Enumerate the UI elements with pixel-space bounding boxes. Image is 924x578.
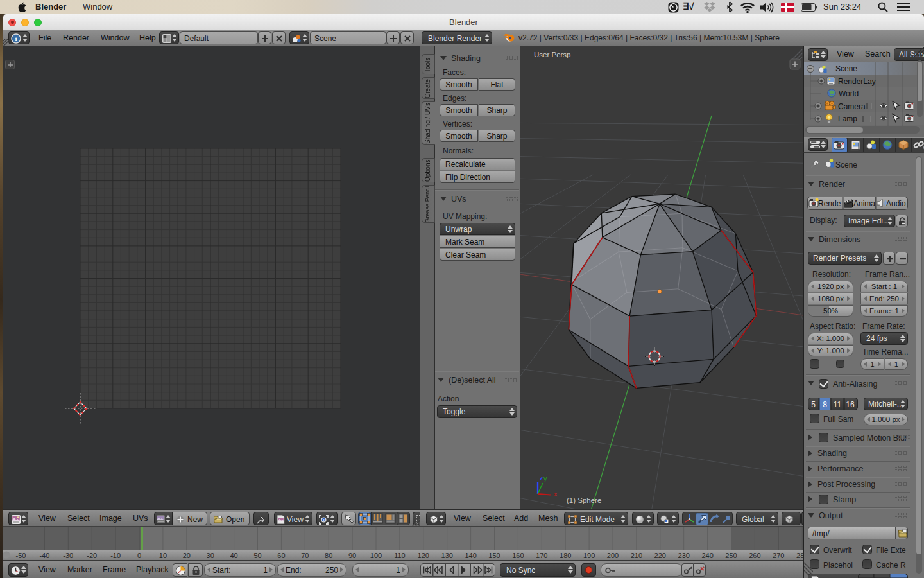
- svg-text:Anima: Anima: [853, 199, 875, 208]
- svg-text:270: 270: [773, 552, 784, 559]
- svg-text:0: 0: [137, 552, 141, 559]
- svg-text:-20: -20: [87, 552, 97, 559]
- svg-text:-30: -30: [63, 552, 73, 559]
- svg-text:User Persp: User Persp: [534, 51, 571, 58]
- svg-text:60: 60: [277, 552, 285, 559]
- svg-text:Lamp: Lamp: [838, 114, 857, 123]
- svg-text:220: 220: [654, 552, 666, 559]
- svg-text:30: 30: [207, 552, 214, 559]
- svg-text:140: 140: [465, 552, 476, 559]
- svg-text:(1) Sphere: (1) Sphere: [567, 496, 601, 504]
- svg-text:190: 190: [583, 552, 595, 559]
- svg-text:Camera: Camera: [838, 102, 866, 111]
- svg-text:World: World: [839, 89, 859, 98]
- svg-text:110: 110: [394, 552, 406, 559]
- svg-text:100: 100: [370, 552, 382, 559]
- svg-text:20: 20: [183, 552, 191, 559]
- svg-text:11: 11: [834, 400, 842, 409]
- svg-text:80: 80: [325, 552, 332, 559]
- svg-text:160: 160: [512, 552, 524, 559]
- svg-text:240: 240: [701, 552, 713, 559]
- svg-text:250: 250: [725, 552, 737, 559]
- svg-text:40: 40: [230, 552, 237, 559]
- svg-text:120: 120: [418, 552, 429, 559]
- svg-text:50: 50: [253, 552, 261, 559]
- svg-text:y: y: [543, 475, 547, 482]
- svg-text:260: 260: [749, 552, 760, 559]
- svg-text:5: 5: [811, 400, 816, 409]
- svg-text:150: 150: [488, 552, 500, 559]
- svg-text:8: 8: [823, 400, 827, 409]
- svg-text:16: 16: [846, 400, 855, 409]
- svg-text:10: 10: [159, 552, 167, 559]
- svg-text:-50: -50: [16, 552, 26, 559]
- svg-text:Rende: Rende: [818, 199, 841, 208]
- svg-text:90: 90: [348, 552, 356, 559]
- svg-text:Audio: Audio: [886, 199, 906, 208]
- svg-text:Scene: Scene: [835, 64, 857, 73]
- svg-text:170: 170: [536, 552, 547, 559]
- svg-text:230: 230: [678, 552, 690, 559]
- svg-text:70: 70: [301, 552, 309, 559]
- svg-text:210: 210: [631, 552, 642, 559]
- svg-text:x: x: [554, 490, 558, 498]
- svg-text:180: 180: [560, 552, 571, 559]
- svg-text:RenderLay: RenderLay: [838, 77, 876, 86]
- svg-text:i: i: [15, 35, 17, 42]
- svg-text:200: 200: [607, 552, 619, 559]
- svg-text:-10: -10: [110, 552, 121, 559]
- svg-text:-40: -40: [39, 552, 49, 559]
- svg-text:280: 280: [796, 552, 803, 559]
- svg-text:130: 130: [441, 552, 453, 559]
